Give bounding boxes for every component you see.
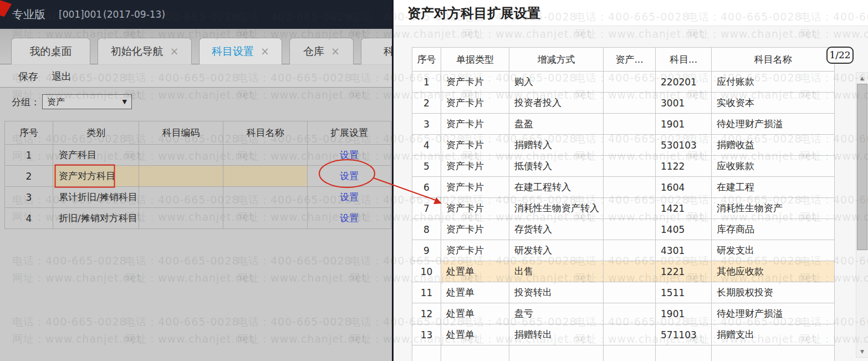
- table-row[interactable]: 4折旧/摊销对方科目设置: [5, 208, 391, 229]
- cell: 4: [412, 135, 441, 156]
- cell: 捐赠支出: [712, 324, 835, 345]
- scroll-down-icon[interactable]: ▼: [856, 347, 868, 356]
- cell: 盘亏: [509, 303, 604, 324]
- cell: [604, 114, 656, 135]
- watermark-text: 电话：400-665-0028: [125, 315, 239, 329]
- table-row[interactable]: 2资产对方科目设置: [5, 166, 391, 187]
- vertical-scrollbar[interactable]: ▲ ▼: [856, 72, 868, 358]
- close-icon[interactable]: ×: [261, 45, 269, 57]
- watermark-text: 电话：400-665-0028: [237, 254, 352, 268]
- settings-link[interactable]: 设置: [340, 149, 359, 160]
- cell: [604, 198, 656, 219]
- watermark-text: 电话：400-665-0028: [12, 315, 127, 329]
- table-row[interactable]: 3资产卡片盘盈1901待处理财产损溢: [412, 114, 835, 135]
- cell: [223, 187, 308, 208]
- cell: 5: [412, 156, 441, 177]
- cell: 571103: [656, 324, 712, 345]
- cell: 1221: [656, 261, 712, 282]
- table-row[interactable]: 2资产卡片投资者投入3001实收资本: [412, 93, 835, 114]
- cell: [412, 345, 441, 361]
- cell: 应收账款: [712, 156, 835, 177]
- cell: [223, 166, 308, 187]
- cell: [604, 303, 656, 324]
- cell: 处置单: [441, 324, 509, 345]
- table-row[interactable]: 7资产卡片消耗性生物资产转入1421消耗性生物资产: [412, 198, 835, 219]
- tab-item[interactable]: 仓库×: [289, 38, 354, 64]
- table-row[interactable]: 1资产卡片购入220201应付账款: [412, 72, 835, 93]
- cell: 1421: [656, 198, 712, 219]
- cell: 13: [412, 324, 441, 345]
- cell: 存货转入: [509, 219, 604, 240]
- save-button[interactable]: 保存: [18, 70, 38, 83]
- account-id: [001]001: [59, 9, 102, 20]
- col-header-subject-code: 科目...: [656, 48, 712, 72]
- settings-link[interactable]: 设置: [340, 191, 359, 202]
- cell: 1122: [656, 156, 712, 177]
- col-header-no: 序号: [412, 48, 441, 72]
- col-header-category: 类别: [53, 121, 139, 145]
- settings-link[interactable]: 设置: [340, 170, 359, 181]
- watermark-text: 电话：400-665-0028: [237, 315, 352, 329]
- tab-item[interactable]: 我的桌面: [11, 38, 90, 64]
- cell: [604, 261, 656, 282]
- cell: 盘盈: [509, 114, 604, 135]
- col-header-asset: 资产...: [604, 48, 656, 72]
- table-row[interactable]: 9资产卡片研发转入4301研发支出: [412, 240, 835, 261]
- cell: 9: [412, 240, 441, 261]
- cell: 投资转出: [509, 282, 604, 303]
- table-row[interactable]: 5资产卡片抵债转入1122应收账款: [412, 156, 835, 177]
- cell: 资产卡片: [441, 156, 509, 177]
- cell: [604, 345, 656, 361]
- cell: 待处理财产损溢: [712, 114, 835, 135]
- table-row[interactable]: 11处置单投资转出1511长期股权投资: [412, 282, 835, 303]
- table-row[interactable]: [412, 345, 835, 361]
- cell: 3: [5, 187, 53, 208]
- cell: 捐赠收益: [712, 135, 835, 156]
- watermark-text: 网址：www.chanjet.net: [125, 332, 254, 347]
- scroll-up-icon[interactable]: ▲: [856, 74, 868, 83]
- cell: [441, 345, 509, 361]
- cell: 资产卡片: [441, 72, 509, 93]
- cell: 资产卡片: [441, 219, 509, 240]
- cell: 4301: [656, 240, 712, 261]
- cell: 1: [412, 72, 441, 93]
- table-row[interactable]: 12处置单盘亏1901待处理财产损溢: [412, 303, 835, 324]
- table-row[interactable]: 3累计折旧/摊销科目设置: [5, 187, 391, 208]
- extension-settings-panel: 资产对方科目扩展设置 序号 单据类型 增减方式 资产... 科目... 科目名称…: [392, 0, 868, 361]
- cell: 1405: [656, 219, 712, 240]
- table-row[interactable]: 8资产卡片存货转入1405库存商品: [412, 219, 835, 240]
- settings-link[interactable]: 设置: [340, 212, 359, 223]
- cell: 7: [412, 198, 441, 219]
- cell: 长期股权投资: [712, 282, 835, 303]
- col-header-no: 序号: [5, 121, 53, 145]
- table-row[interactable]: 13处置单捐赠转出571103捐赠支出: [412, 324, 835, 345]
- cell: 设置: [308, 208, 391, 229]
- tab-item[interactable]: 科目设置×: [199, 38, 282, 64]
- table-row[interactable]: 10处置单出售1221其他应收款: [412, 261, 835, 282]
- cell: 折旧/摊销对方科目: [53, 208, 139, 229]
- scrollbar-thumb[interactable]: [857, 84, 867, 250]
- table-row[interactable]: 4资产卡片捐赠转入530103捐赠收益: [412, 135, 835, 156]
- table-row[interactable]: 1资产科目设置: [5, 145, 391, 166]
- cell: 捐赠转出: [509, 324, 604, 345]
- tab-item[interactable]: 初始化导航×: [98, 38, 192, 64]
- exit-button[interactable]: 退出: [52, 70, 72, 83]
- cell: 库存商品: [712, 219, 835, 240]
- tab-label: 仓库: [303, 45, 324, 57]
- close-icon[interactable]: ×: [170, 45, 179, 57]
- group-filter-select[interactable]: 资产 ▼: [42, 94, 132, 109]
- cell: 1: [5, 145, 53, 166]
- tab-label: 科目设置: [212, 45, 254, 57]
- col-header-method: 增减方式: [509, 48, 604, 72]
- cell: 530103: [656, 135, 712, 156]
- cell: 220201: [656, 72, 712, 93]
- table-row[interactable]: 6资产卡片在建工程转入1604在建工程: [412, 177, 835, 198]
- cell: [139, 145, 223, 166]
- watermark-text: 网址：www.chanjet.net: [237, 332, 367, 347]
- col-header-extension: 扩展设置: [308, 121, 391, 145]
- panel-title: 资产对方科目扩展设置: [407, 4, 540, 22]
- close-icon[interactable]: ×: [331, 45, 340, 57]
- cell: 4: [5, 208, 53, 229]
- cell: 资产卡片: [441, 198, 509, 219]
- cell: 12: [412, 303, 441, 324]
